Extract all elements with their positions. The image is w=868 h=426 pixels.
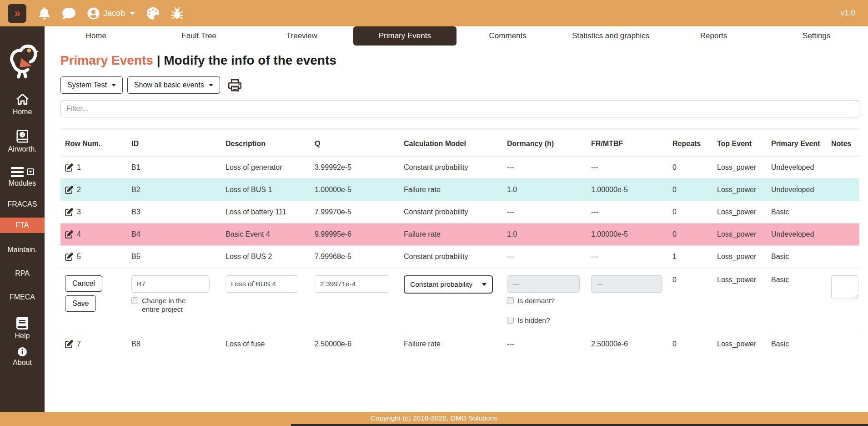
edit-row-icon[interactable] (65, 253, 73, 261)
topbar: » Jacob v1.0 (0, 0, 868, 26)
table-row[interactable]: 2 B2 Loss of BUS 1 1.00000e-5 Failure ra… (60, 179, 859, 201)
page-title-accent: Primary Events (60, 53, 153, 67)
col-dormancy: Dormancy (h) (502, 129, 587, 156)
main-content: Home Fault Tree Treeview Primary Events … (45, 26, 868, 412)
caret-down-icon (482, 283, 487, 286)
table-row[interactable]: 1 B1 Loss of generator 3.99992e-5 Consta… (60, 156, 859, 179)
col-q: Q (310, 129, 399, 156)
sidebar-item-modules[interactable]: Modules (0, 167, 45, 188)
scrollbar-strip[interactable] (291, 424, 868, 426)
tab-comments[interactable]: Comments (457, 26, 559, 46)
sidebar-item-maintain[interactable]: Maintain. (0, 243, 45, 257)
sidebar-expand-button[interactable]: » (8, 4, 26, 23)
caret-down-icon (130, 12, 135, 15)
table-edit-row: Cancel Save Change in the entire project (60, 268, 859, 333)
sidebar-item-about[interactable]: About (0, 347, 45, 367)
theme-palette-icon[interactable] (147, 7, 159, 20)
sidebar-item-home[interactable]: Home (0, 93, 45, 116)
col-fr-mtbf: FR/MTBF (587, 129, 668, 156)
tab-statistics[interactable]: Statistics and graphics (559, 26, 662, 46)
caret-down-icon (209, 84, 213, 86)
sidebar-item-help[interactable]: Help (0, 317, 45, 340)
primary-events-table: Row Num. ID Description Q Calculation Mo… (60, 128, 859, 355)
table-row[interactable]: 7 B8 Loss of fuse 2.50000e-6 Failure rat… (60, 333, 859, 355)
edit-fr-mtbf-input (591, 275, 662, 293)
edit-calculation-model-select[interactable]: Constant probability (404, 275, 493, 294)
is-hidden-option: Is hidden? (507, 316, 550, 325)
is-dormant-checkbox[interactable] (507, 297, 514, 304)
app-logo (6, 40, 39, 79)
info-circle-icon (18, 347, 27, 356)
caret-down-icon (111, 84, 116, 86)
edit-row-icon[interactable] (65, 230, 73, 238)
show-events-select-button[interactable]: Show all basic events (127, 76, 220, 94)
airworthiness-book-icon (16, 130, 28, 143)
system-select-button[interactable]: System Test (60, 76, 123, 94)
page-subtitle: | Modify the info of the events (157, 53, 336, 67)
edit-description-input[interactable] (226, 275, 298, 293)
edit-notes-textarea[interactable] (831, 275, 858, 299)
home-icon (15, 93, 30, 106)
save-button[interactable]: Save (65, 295, 96, 312)
filter-input[interactable] (60, 100, 859, 117)
table-row[interactable]: 4 B4 Basic Event 4 9.99995e-6 Failure ra… (60, 223, 859, 246)
cancel-button[interactable]: Cancel (65, 275, 102, 292)
sidebar: Home Airworth. Modules FRACAS FTA (0, 26, 45, 412)
tab-primary-events[interactable]: Primary Events (353, 26, 456, 46)
printer-icon (228, 79, 241, 91)
edit-row-icon[interactable] (65, 163, 73, 172)
col-description: Description (221, 129, 310, 156)
col-repeats: Repeats (668, 129, 712, 156)
table-header-row: Row Num. ID Description Q Calculation Mo… (60, 129, 859, 156)
col-row-num: Row Num. (60, 129, 127, 156)
notifications-bell-icon[interactable] (38, 7, 50, 20)
tab-home[interactable]: Home (45, 26, 147, 46)
tab-bar: Home Fault Tree Treeview Primary Events … (45, 26, 868, 46)
sidebar-item-fta[interactable]: FTA (0, 218, 45, 233)
copyright-text: Copyright (c) 2018-2020, DMD Solutions (371, 414, 497, 422)
edit-row-icon[interactable] (65, 186, 73, 194)
edit-dormancy-input (507, 275, 580, 293)
toolbar: System Test Show all basic events (60, 76, 868, 94)
table-row[interactable]: 3 B3 Loss of battery 111 7.99970e-5 Cons… (60, 201, 859, 223)
modules-menu-icon (11, 167, 24, 177)
is-hidden-checkbox[interactable] (507, 317, 514, 324)
col-calculation-model: Calculation Model (399, 129, 502, 156)
edit-row-icon[interactable] (65, 208, 73, 216)
sidebar-item-fmeca[interactable]: FMECA (0, 290, 45, 304)
col-id: ID (127, 129, 221, 156)
user-name: Jacob (103, 9, 125, 18)
page-title: Primary Events | Modify the info of the … (60, 53, 868, 68)
sidebar-item-fracas[interactable]: FRACAS (0, 198, 45, 211)
debug-bug-icon[interactable] (171, 7, 183, 20)
is-dormant-option: Is dormant? (507, 296, 555, 305)
help-book-icon (16, 317, 28, 330)
sidebar-item-airworthiness[interactable]: Airworth. (0, 130, 45, 153)
tab-settings[interactable]: Settings (765, 26, 868, 46)
change-entire-project-option: Change in the entire project (131, 296, 200, 314)
modules-dropdown-icon[interactable] (27, 168, 34, 175)
messages-chat-icon[interactable] (62, 7, 75, 20)
tab-treeview[interactable]: Treeview (251, 26, 353, 46)
tab-reports[interactable]: Reports (662, 26, 765, 46)
user-avatar-icon (87, 7, 100, 20)
user-menu[interactable]: Jacob (87, 7, 135, 20)
col-primary-event: Primary Event (767, 129, 827, 156)
col-top-event: Top Event (712, 129, 767, 156)
print-button[interactable] (228, 79, 241, 91)
col-notes: Notes (827, 129, 859, 156)
edit-row-icon[interactable] (65, 340, 73, 348)
table-row[interactable]: 5 B5 Loss of BUS 2 7.99968e-5 Constant p… (60, 246, 859, 268)
chevron-double-right-icon: » (15, 8, 20, 19)
change-entire-project-checkbox[interactable] (131, 297, 138, 304)
edit-q-input[interactable] (315, 275, 389, 293)
sidebar-item-rpa[interactable]: RPA (0, 267, 45, 280)
app-window: » Jacob v1.0 (0, 0, 868, 426)
tab-fault-tree[interactable]: Fault Tree (147, 26, 250, 46)
edit-id-input[interactable] (131, 275, 210, 293)
version-label: v1.0 (841, 9, 855, 18)
